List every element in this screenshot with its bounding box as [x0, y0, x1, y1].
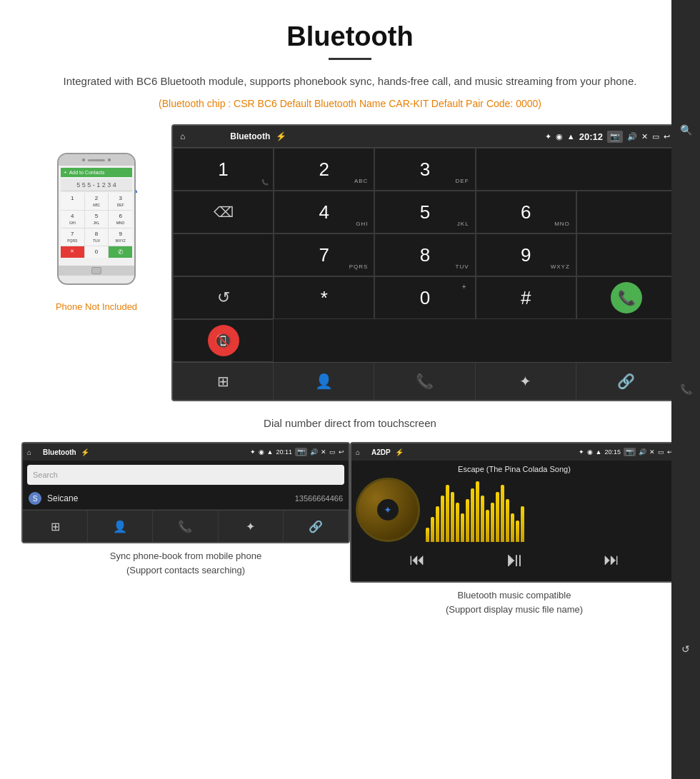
pb-link-icon[interactable]: 🔗	[284, 511, 349, 542]
call-red-icon[interactable]: 📵	[208, 325, 239, 356]
music-window-icon[interactable]: ▭	[658, 448, 664, 456]
music-volume-icon[interactable]: 🔊	[639, 448, 646, 456]
dialpad-end-button[interactable]: 📵	[173, 319, 274, 362]
viz-bar	[511, 513, 514, 542]
car-screen: ⌂ Bluetooth ⚡ ✦ ◉ ▲ 20:12 📷 🔊 ✕ ▭ ↩	[171, 124, 679, 401]
pb-back-icon[interactable]: ↩	[339, 448, 344, 456]
android-statusbar: ⌂ Bluetooth ⚡ ✦ ◉ ▲ 20:12 📷 🔊 ✕ ▭ ↩	[173, 126, 677, 147]
pb-bluetooth-icon[interactable]: ✦	[219, 511, 284, 542]
music-home-icon[interactable]: ⌂	[356, 448, 360, 456]
pb-bt-icon: ✦	[250, 448, 256, 456]
bluetooth-status-icon: ✦	[545, 132, 551, 141]
prev-track-icon[interactable]: ⏮	[409, 551, 425, 569]
viz-bar	[476, 481, 479, 542]
music-screen: ⌂ A2DP ⚡ ✦ ◉ ▲ 20:15 📷 🔊 ✕ ▭ ↩ Escape (T…	[350, 442, 679, 583]
phonebook-screen: ⌂ Bluetooth ⚡ ✦ ◉ ▲ 20:11 📷 🔊 ✕ ▭ ↩	[21, 442, 350, 543]
pb-statusbar-right: ✦ ◉ ▲ 20:11 📷 🔊 ✕ ▭ ↩	[250, 448, 344, 456]
dialpad-empty-4	[576, 233, 677, 276]
dialpad-key-hash[interactable]: #	[476, 276, 576, 319]
pb-home-icon[interactable]: ⌂	[27, 448, 31, 456]
music-content: ✦	[356, 478, 673, 542]
dialpad-call-button[interactable]: 📞	[576, 276, 677, 319]
page-title: Bluetooth	[0, 0, 700, 58]
viz-bar	[461, 513, 464, 542]
contact-number: 13566664466	[295, 494, 343, 503]
pb-gps-icon: ◉	[259, 448, 264, 456]
dialpad-key-3[interactable]: 3DEF	[374, 148, 475, 191]
play-pause-icon[interactable]: ⏯	[504, 548, 524, 571]
home-icon[interactable]: ⌂	[180, 131, 185, 141]
statusbar-time: 20:12	[579, 131, 603, 142]
pb-window-icon[interactable]: ▭	[329, 448, 336, 456]
viz-bar	[501, 485, 504, 542]
dialpad-empty-1	[476, 148, 677, 191]
contact-letter: S	[29, 492, 41, 505]
viz-bar	[456, 503, 459, 542]
call-green-icon[interactable]: 📞	[611, 282, 642, 313]
bottom-bluetooth-icon[interactable]: ✦	[476, 363, 576, 400]
dialpad-backspace[interactable]: ⌫	[173, 191, 274, 233]
dialpad-key-0[interactable]: 0+	[374, 276, 475, 319]
main-caption: Dial number direct from touchscreen	[0, 408, 700, 442]
bottom-contacts-icon[interactable]: 👤	[274, 363, 374, 400]
pb-phone-icon[interactable]: 📞	[153, 511, 218, 542]
music-controls: ⏮ ⏯ ⏭	[356, 542, 673, 577]
dialpad-key-9[interactable]: 9WXYZ	[476, 233, 576, 276]
phonebook-bottom-bar: ⊞ 👤 📞 ✦ 🔗	[23, 510, 349, 542]
phone-not-included-label: Phone Not Included	[56, 301, 137, 312]
bottom-link-icon[interactable]: 🔗	[576, 363, 677, 400]
bottom-phone-icon[interactable]: 📞	[374, 363, 475, 400]
pb-title: Bluetooth	[43, 448, 76, 456]
dialpad-key-star[interactable]: *	[274, 276, 374, 319]
camera-icon[interactable]: 📷	[607, 131, 623, 143]
statusbar-right: ✦ ◉ ▲ 20:12 📷 🔊 ✕ ▭ ↩	[545, 131, 670, 143]
next-track-icon[interactable]: ⏭	[604, 551, 619, 569]
music-section: ⌂ A2DP ⚡ ✦ ◉ ▲ 20:15 📷 🔊 ✕ ▭ ↩ Escape (T…	[350, 442, 679, 616]
dialpad-key-4[interactable]: 4GHI	[274, 191, 374, 233]
dialpad-key-6[interactable]: 6MNO	[476, 191, 576, 233]
dialpad-key-8[interactable]: 8TUV	[374, 233, 475, 276]
dialpad-key-2[interactable]: 2ABC	[274, 148, 374, 191]
back-icon[interactable]: ↩	[664, 132, 670, 141]
viz-bar	[481, 496, 484, 542]
viz-bar	[471, 488, 474, 542]
music-camera-icon[interactable]: 📷	[624, 448, 636, 456]
viz-bar	[426, 528, 429, 542]
pb-camera-icon[interactable]: 📷	[295, 448, 307, 456]
phone-body: + Add to Contacts 5 5 5 - 1 2 3 4 12ABC3…	[57, 153, 136, 285]
pb-grid-icon[interactable]: ⊞	[23, 511, 88, 542]
phone-top-bar	[59, 154, 134, 166]
statusbar-screen-title: Bluetooth	[230, 131, 270, 141]
music-time: 20:15	[604, 448, 621, 456]
phonebook-contact-row[interactable]: S Seicane 13566664466	[23, 488, 349, 510]
dialpad-grid: 1📞 2ABC 3DEF ⌫ 4GHI 5	[173, 147, 677, 362]
window-icon[interactable]: ▭	[652, 132, 659, 141]
pb-volume-icon[interactable]: 🔊	[310, 448, 318, 456]
phonebook-main: Search S Seicane 13566664466 ⊞ 👤 📞 ✦	[23, 461, 349, 542]
phone-illustration: ⬢ + Add to Contacts	[50, 153, 143, 296]
music-statusbar: ⌂ A2DP ⚡ ✦ ◉ ▲ 20:15 📷 🔊 ✕ ▭ ↩	[351, 443, 677, 461]
statusbar-left: ⌂ Bluetooth ⚡	[180, 131, 286, 141]
main-section: ⬢ + Add to Contacts	[0, 124, 700, 401]
phone-side: ⬢ + Add to Contacts	[21, 124, 171, 312]
close-icon[interactable]: ✕	[641, 132, 648, 141]
pb-contacts-icon[interactable]: 👤	[88, 511, 153, 542]
pb-time: 20:11	[276, 448, 292, 456]
phonebook-search-bar[interactable]: Search	[27, 465, 344, 485]
music-album-inner-icon: ✦	[377, 499, 399, 521]
dialpad-refresh[interactable]: ↺	[173, 276, 274, 319]
title-underline	[329, 58, 371, 60]
dialpad-key-7[interactable]: 7PQRS	[274, 233, 374, 276]
music-title: A2DP	[371, 448, 391, 456]
music-statusbar-right: ✦ ◉ ▲ 20:15 📷 🔊 ✕ ▭ ↩	[579, 448, 673, 456]
dialpad-key-1[interactable]: 1📞	[173, 148, 274, 191]
viz-bar	[516, 521, 519, 542]
volume-icon[interactable]: 🔊	[627, 132, 637, 141]
music-signal-icon: ▲	[596, 448, 602, 456]
bottom-grid-icon[interactable]: ⊞	[173, 363, 274, 400]
dialpad-key-5[interactable]: 5JKL	[374, 191, 475, 233]
music-screen-inner: Escape (The Pina Colada Song) ✦ ⏮ ⏯ ⏭	[351, 461, 677, 581]
pb-close-icon[interactable]: ✕	[321, 448, 326, 456]
phone-screen-header: + Add to Contacts	[61, 168, 132, 177]
music-close-icon[interactable]: ✕	[649, 448, 655, 456]
